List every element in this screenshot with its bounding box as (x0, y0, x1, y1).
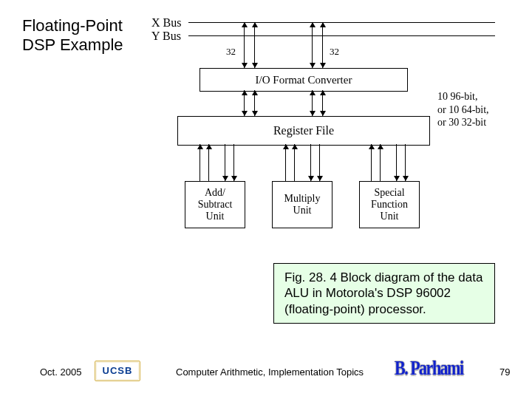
arrow-up-1a (242, 22, 248, 27)
slide-title: Floating-Point DSP Example (22, 16, 123, 55)
io-reg-up-1a (242, 90, 248, 95)
io-reg-up-1b (252, 90, 258, 95)
reg-sfu-down-b (403, 176, 409, 181)
x-bus-line (188, 22, 495, 23)
footer-author: B. Parhami (395, 357, 463, 380)
special-function-unit-block: Special Function Unit (359, 181, 420, 228)
reg-sfu-up-line-b (380, 144, 381, 181)
mul-l1: Multiply (284, 193, 320, 204)
block-diagram: X Bus Y Bus 32 32 I/O Format Converter R… (148, 16, 517, 282)
bus-to-io-line-1a (244, 22, 245, 68)
addsub-l3: Unit (206, 211, 225, 222)
io-format-converter-block: I/O Format Converter (200, 68, 408, 92)
footer-topic: Computer Arithmetic, Implementation Topi… (176, 366, 364, 378)
multiply-unit-block: Multiply Unit (272, 181, 332, 228)
reg-mul-down-b (317, 176, 323, 181)
width-label-b: 32 (330, 46, 339, 58)
arrow-down-2a (310, 63, 316, 68)
bus-to-io-line-2b (322, 22, 323, 68)
reg-mul-up-b (292, 144, 298, 149)
register-file-block: Register File (177, 116, 430, 146)
reg-sfu-down (394, 176, 400, 181)
arrow-down-2b (320, 63, 326, 68)
width-label-a: 32 (226, 46, 236, 58)
reg-mul-up-a (283, 144, 289, 149)
reg-mul-up-line-a (285, 144, 286, 181)
reg-addsub-up-a (197, 144, 203, 149)
mul-l2: Unit (293, 205, 312, 216)
arrow-up-1b (252, 22, 258, 27)
addsub-l2: Subtract (198, 199, 233, 210)
io-reg-down-1a (242, 111, 248, 116)
reg-addsub-up-line-a (200, 144, 200, 181)
reg-mul-down (308, 176, 314, 181)
y-bus-line (188, 35, 495, 36)
footer-date: Oct. 2005 (40, 366, 81, 378)
sfu-l2: Function (371, 199, 408, 210)
arrow-down-1a (242, 63, 248, 68)
title-line2: DSP Example (22, 35, 123, 54)
io-reg-down-1b (252, 111, 258, 116)
reg-addsub-down (222, 176, 228, 181)
sfu-l3: Unit (381, 211, 399, 222)
sfu-l1: Special (374, 187, 404, 198)
io-reg-down-2a (310, 111, 316, 116)
addsub-l1: Add/ (205, 187, 225, 198)
reg-note-l1: 10 96-bit, (437, 91, 477, 102)
register-file-label: Register File (273, 124, 334, 137)
reg-note-l2: or 10 64-bit, (437, 104, 489, 115)
io-reg-up-2b (320, 90, 326, 95)
arrow-up-2b (320, 22, 326, 27)
title-line1: Floating-Point (22, 16, 123, 35)
reg-addsub-down-b (231, 176, 237, 181)
bus-to-io-line-1b (254, 22, 255, 68)
io-reg-down-2b (320, 111, 326, 116)
ucsb-logo: UCSB (95, 361, 140, 381)
register-file-note: 10 96-bit, or 10 64-bit, or 30 32-bit (437, 90, 489, 129)
bus-to-io-line-2a (312, 22, 313, 68)
figure-caption: Fig. 28. 4 Block diagram of the data ALU… (273, 263, 495, 324)
reg-addsub-up-b (206, 144, 212, 149)
reg-sfu-up-line-a (371, 144, 372, 181)
reg-sfu-up-b (378, 144, 383, 149)
arrow-down-1b (252, 63, 258, 68)
reg-mul-up-line-b (294, 144, 295, 181)
reg-addsub-up-line-b (208, 144, 209, 181)
arrow-up-2a (310, 22, 316, 27)
figure-caption-text: Fig. 28. 4 Block diagram of the data ALU… (284, 270, 482, 316)
add-subtract-unit-block: Add/ Subtract Unit (185, 181, 245, 228)
reg-sfu-up-a (369, 144, 375, 149)
io-format-converter-label: I/O Format Converter (256, 74, 352, 86)
footer-page-number: 79 (499, 366, 510, 378)
y-bus-label: Y Bus (151, 30, 181, 43)
reg-note-l3: or 30 32-bit (437, 117, 486, 128)
x-bus-label: X Bus (151, 16, 181, 30)
io-reg-up-2a (310, 90, 316, 95)
